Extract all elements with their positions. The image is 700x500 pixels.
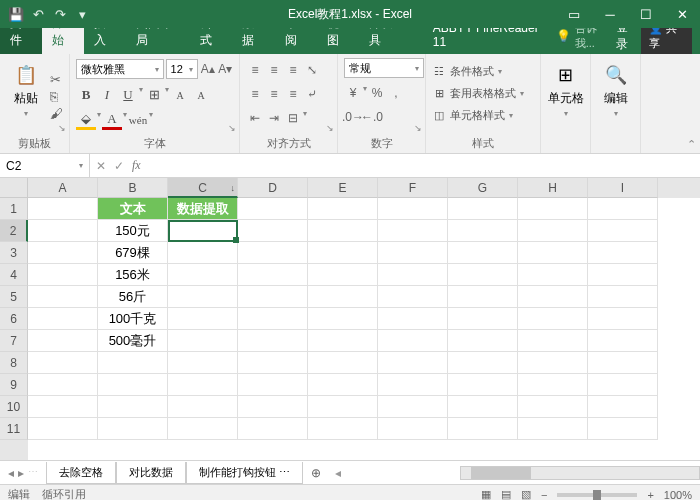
cell[interactable] — [448, 264, 518, 286]
cell[interactable] — [238, 220, 308, 242]
align-left-icon[interactable]: ≡ — [246, 85, 264, 103]
cell[interactable] — [28, 198, 98, 220]
phonetic-button[interactable]: A — [170, 85, 190, 105]
cell[interactable] — [518, 418, 588, 440]
cell-styles-button[interactable]: ◫单元格样式 ▾ — [432, 105, 534, 125]
merge-button[interactable]: ⊟ — [284, 109, 302, 127]
cell[interactable] — [28, 264, 98, 286]
cell[interactable] — [518, 374, 588, 396]
cell[interactable] — [378, 308, 448, 330]
cell[interactable] — [308, 220, 378, 242]
cell[interactable] — [98, 374, 168, 396]
cell[interactable] — [168, 396, 238, 418]
minimize-icon[interactable]: ─ — [592, 0, 628, 28]
fx-icon[interactable]: fx — [132, 158, 141, 173]
font-size-combo[interactable]: 12▾ — [166, 59, 198, 79]
cell[interactable]: 500毫升 — [98, 330, 168, 352]
sheet-tab[interactable]: 去除空格 — [46, 462, 116, 484]
orientation-icon[interactable]: ⤡ — [303, 61, 321, 79]
cell[interactable] — [98, 396, 168, 418]
cell[interactable] — [518, 352, 588, 374]
cell[interactable]: 56斤 — [98, 286, 168, 308]
select-all-corner[interactable] — [0, 178, 28, 198]
align-right-icon[interactable]: ≡ — [284, 85, 302, 103]
decrease-font-icon[interactable]: A▾ — [217, 60, 233, 78]
cell[interactable] — [448, 286, 518, 308]
cell[interactable] — [588, 308, 658, 330]
column-header[interactable]: G — [448, 178, 518, 198]
align-center-icon[interactable]: ≡ — [265, 85, 283, 103]
cell[interactable] — [378, 286, 448, 308]
cell[interactable] — [588, 198, 658, 220]
cell[interactable] — [378, 198, 448, 220]
cell[interactable] — [238, 418, 308, 440]
row-header[interactable]: 10 — [0, 396, 28, 418]
row-header[interactable]: 11 — [0, 418, 28, 440]
cell[interactable] — [238, 396, 308, 418]
increase-indent-icon[interactable]: ⇥ — [265, 109, 283, 127]
comma-icon[interactable]: , — [387, 84, 405, 102]
number-format-combo[interactable]: 常规▾ — [344, 58, 424, 78]
column-header[interactable]: H — [518, 178, 588, 198]
cell[interactable]: 156米 — [98, 264, 168, 286]
copy-icon[interactable]: ⎘ — [50, 89, 63, 104]
cell[interactable] — [168, 352, 238, 374]
cell[interactable] — [308, 330, 378, 352]
paste-button[interactable]: 📋 粘贴 ▾ — [6, 58, 46, 134]
phonetic2-button[interactable]: A — [191, 85, 211, 105]
cell[interactable] — [28, 352, 98, 374]
qat-dropdown-icon[interactable]: ▾ — [74, 6, 90, 22]
font-color-button[interactable]: A — [102, 110, 122, 130]
bold-button[interactable]: B — [76, 85, 96, 105]
font-name-combo[interactable]: 微软雅黑▾ — [76, 59, 164, 79]
increase-decimal-icon[interactable]: .0→ — [344, 108, 362, 126]
add-sheet-button[interactable]: ⊕ — [303, 466, 329, 480]
underline-button[interactable]: U — [118, 85, 138, 105]
tab-nav-prev-icon[interactable]: ◂ — [8, 466, 14, 480]
cell[interactable] — [308, 396, 378, 418]
zoom-out-icon[interactable]: − — [541, 489, 547, 501]
redo-icon[interactable]: ↷ — [52, 6, 68, 22]
cell[interactable] — [518, 264, 588, 286]
column-header[interactable]: D — [238, 178, 308, 198]
cell[interactable] — [448, 242, 518, 264]
cell[interactable] — [168, 286, 238, 308]
cell[interactable] — [238, 264, 308, 286]
align-bottom-icon[interactable]: ≡ — [284, 61, 302, 79]
cell[interactable] — [168, 264, 238, 286]
dialog-launcher-icon[interactable]: ↘ — [58, 123, 66, 133]
cell[interactable]: 150元 — [98, 220, 168, 242]
cell[interactable]: 文本 — [98, 198, 168, 220]
horizontal-scrollbar[interactable] — [460, 466, 700, 480]
border-button[interactable]: ⊞ — [144, 85, 164, 105]
row-header[interactable]: 2 — [0, 220, 28, 242]
align-middle-icon[interactable]: ≡ — [265, 61, 283, 79]
cell[interactable] — [28, 396, 98, 418]
wrap-text-icon[interactable]: ⤶ — [303, 85, 321, 103]
cell[interactable] — [168, 418, 238, 440]
cell[interactable] — [28, 220, 98, 242]
dialog-launcher-icon[interactable]: ↘ — [228, 123, 236, 133]
cell[interactable] — [588, 352, 658, 374]
cut-icon[interactable]: ✂ — [50, 72, 63, 87]
view-pagebreak-icon[interactable]: ▧ — [521, 488, 531, 500]
row-header[interactable]: 4 — [0, 264, 28, 286]
cells-button[interactable]: ⊞单元格▾ — [547, 58, 584, 137]
cancel-icon[interactable]: ✕ — [96, 159, 106, 173]
cell[interactable]: 数据提取 — [168, 198, 238, 220]
cell[interactable] — [518, 286, 588, 308]
cell[interactable] — [588, 286, 658, 308]
sheet-tab[interactable]: 对比数据 — [116, 462, 186, 484]
cell[interactable] — [168, 308, 238, 330]
cell[interactable] — [238, 352, 308, 374]
view-normal-icon[interactable]: ▦ — [481, 488, 491, 500]
cell[interactable] — [308, 264, 378, 286]
cell[interactable] — [308, 198, 378, 220]
row-header[interactable]: 3 — [0, 242, 28, 264]
cell[interactable] — [518, 220, 588, 242]
cell[interactable] — [378, 220, 448, 242]
ribbon-opts-icon[interactable]: ▭ — [556, 0, 592, 28]
increase-font-icon[interactable]: A▴ — [200, 60, 216, 78]
cell[interactable] — [238, 374, 308, 396]
zoom-slider[interactable] — [557, 493, 637, 497]
